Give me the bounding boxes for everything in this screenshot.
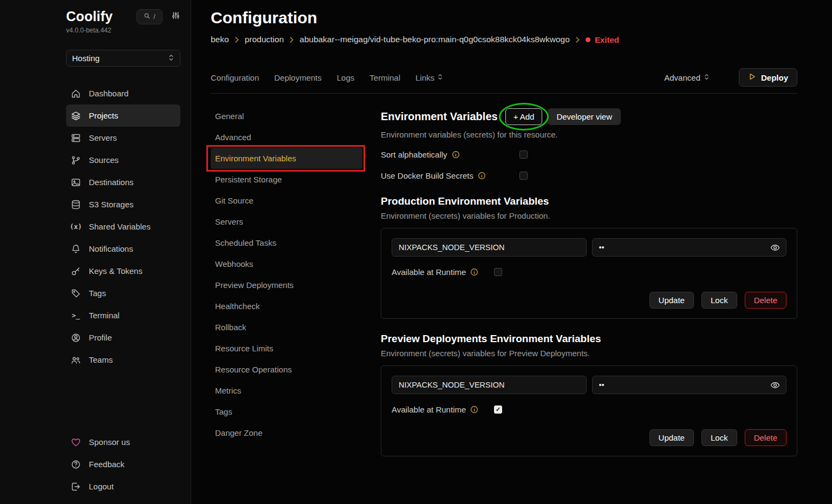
subnav-item-resource-operations[interactable]: Resource Operations xyxy=(211,359,362,380)
home-icon xyxy=(70,88,81,99)
chevron-updown-icon xyxy=(168,54,174,63)
search-shortcut-key: / xyxy=(153,12,155,21)
sidebar-item-notifications[interactable]: Notifications xyxy=(66,238,180,260)
help-circle-icon xyxy=(70,459,81,470)
production-section-subtitle: Environment (secrets) variables for Prod… xyxy=(381,211,797,220)
info-icon xyxy=(478,172,486,180)
subnav-item-healthcheck[interactable]: Healthcheck xyxy=(211,296,362,317)
subnav-item-general[interactable]: General xyxy=(211,106,362,127)
sidebar-item-keys-tokens[interactable]: Keys & Tokens xyxy=(66,260,180,282)
sidebar-item-shared-variables[interactable]: (x) Shared Variables xyxy=(66,215,180,238)
runtime-label: Available at Runtime xyxy=(392,405,466,414)
runtime-checkbox[interactable] xyxy=(494,405,502,414)
destinations-icon xyxy=(70,177,81,188)
variable-key-input[interactable] xyxy=(392,238,587,257)
subnav-item-danger-zone[interactable]: Danger Zone xyxy=(211,422,362,443)
subnav-item-advanced[interactable]: Advanced xyxy=(211,127,362,148)
team-selector[interactable]: Hosting xyxy=(66,50,180,67)
sidebar-item-feedback[interactable]: Feedback xyxy=(66,453,180,475)
filters-button[interactable] xyxy=(171,11,180,22)
subnav-item-environment-variables[interactable]: Environment Variables xyxy=(211,148,362,169)
sidebar-item-sponsor[interactable]: Sponsor us xyxy=(66,431,180,453)
subnav-item-scheduled-tasks[interactable]: Scheduled Tasks xyxy=(211,232,362,253)
sidebar-item-label: Tags xyxy=(89,287,106,299)
tab-terminal[interactable]: Terminal xyxy=(369,73,400,82)
subnav-item-persistent-storage[interactable]: Persistent Storage xyxy=(211,169,362,190)
runtime-row: Available at Runtime xyxy=(392,266,786,278)
eye-icon[interactable] xyxy=(770,243,781,252)
logout-icon xyxy=(70,481,81,492)
info-icon xyxy=(452,150,460,159)
variable-key-input[interactable] xyxy=(392,376,587,394)
subnav-item-git-source[interactable]: Git Source xyxy=(211,190,362,211)
variable-value-input[interactable] xyxy=(592,376,787,394)
logo-row: Coolify / xyxy=(66,9,180,24)
sidebar-item-teams[interactable]: Teams xyxy=(66,349,180,371)
subnav-item-servers[interactable]: Servers xyxy=(211,211,362,232)
sidebar-item-label: Servers xyxy=(89,132,117,143)
tab-deployments[interactable]: Deployments xyxy=(274,73,322,82)
chevron-updown-icon xyxy=(704,73,710,82)
deploy-label: Deploy xyxy=(761,73,788,82)
heart-icon xyxy=(70,437,81,448)
lock-button[interactable]: Lock xyxy=(701,429,737,446)
sidebar-item-label: Teams xyxy=(89,354,113,365)
developer-view-button[interactable]: Developer view xyxy=(548,108,621,125)
sidebar-footer: Sponsor us Feedback Logout xyxy=(66,431,180,498)
breadcrumb-resource[interactable]: abubakar--meigag/vid-tube-beko-pro:main-… xyxy=(300,35,570,44)
advanced-dropdown[interactable]: Advanced xyxy=(664,73,710,82)
tab-logs[interactable]: Logs xyxy=(337,73,355,82)
sidebar-nav: Dashboard Projects Servers Sources Desti… xyxy=(66,82,180,371)
runtime-label: Available at Runtime xyxy=(392,267,466,277)
sidebar-item-label: Feedback xyxy=(89,459,125,470)
sidebar-item-label: Terminal xyxy=(89,310,120,321)
subnav-item-metrics[interactable]: Metrics xyxy=(211,380,362,401)
key-icon xyxy=(70,266,81,277)
docker-build-secrets-checkbox[interactable] xyxy=(519,172,528,180)
sidebar-item-s3-storages[interactable]: S3 Storages xyxy=(66,193,180,215)
breadcrumb-team[interactable]: beko xyxy=(211,35,229,44)
breadcrumb-environment[interactable]: production xyxy=(245,35,284,44)
main-content: Configuration beko production abubakar--… xyxy=(191,0,832,504)
variable-value-input[interactable] xyxy=(592,238,787,257)
tag-icon xyxy=(70,288,81,299)
add-variable-button[interactable]: + Add xyxy=(505,108,543,125)
runtime-checkbox[interactable] xyxy=(494,268,502,276)
sidebar-item-label: Profile xyxy=(89,332,112,343)
update-button[interactable]: Update xyxy=(649,429,694,446)
sidebar-item-profile[interactable]: Profile xyxy=(66,326,180,349)
sidebar-item-servers[interactable]: Servers xyxy=(66,127,180,149)
team-selector-value: Hosting xyxy=(72,54,100,63)
delete-button[interactable]: Delete xyxy=(745,292,786,309)
search-button[interactable]: / xyxy=(136,9,162,24)
subnav-item-resource-limits[interactable]: Resource Limits xyxy=(211,338,362,359)
sidebar-item-logout[interactable]: Logout xyxy=(66,475,180,498)
sidebar-item-tags[interactable]: Tags xyxy=(66,282,180,304)
subnav-item-tags[interactable]: Tags xyxy=(211,401,362,422)
delete-button[interactable]: Delete xyxy=(745,429,786,446)
server-icon xyxy=(70,133,81,143)
sort-alphabetically-checkbox[interactable] xyxy=(519,150,528,159)
sidebar-item-dashboard[interactable]: Dashboard xyxy=(66,82,180,104)
subnav-item-preview-deployments[interactable]: Preview Deployments xyxy=(211,274,362,296)
terminal-icon: >_ xyxy=(70,310,81,321)
sidebar-item-terminal[interactable]: >_ Terminal xyxy=(66,304,180,326)
tab-configuration[interactable]: Configuration xyxy=(211,73,259,82)
update-button[interactable]: Update xyxy=(649,292,694,309)
preview-section-title: Preview Deployments Environment Variable… xyxy=(381,333,797,345)
chevron-right-icon xyxy=(235,37,239,43)
chevron-right-icon xyxy=(576,37,580,43)
subnav-item-rollback[interactable]: Rollback xyxy=(211,317,362,338)
settings-subnav: General Advanced Environment Variables P… xyxy=(211,94,362,456)
sidebar-item-label: Logout xyxy=(89,481,114,492)
lock-button[interactable]: Lock xyxy=(701,292,737,309)
env-variables-panel: Environment Variables + Add Developer vi… xyxy=(381,94,797,456)
subnav-item-label: Environment Variables xyxy=(215,154,296,163)
sidebar-item-projects[interactable]: Projects xyxy=(66,104,180,127)
sidebar-item-sources[interactable]: Sources xyxy=(66,149,180,171)
sidebar-item-destinations[interactable]: Destinations xyxy=(66,171,180,193)
subnav-item-webhooks[interactable]: Webhooks xyxy=(211,253,362,274)
tab-links[interactable]: Links xyxy=(415,73,443,82)
eye-icon[interactable] xyxy=(770,381,781,390)
deploy-button[interactable]: Deploy xyxy=(739,68,797,87)
